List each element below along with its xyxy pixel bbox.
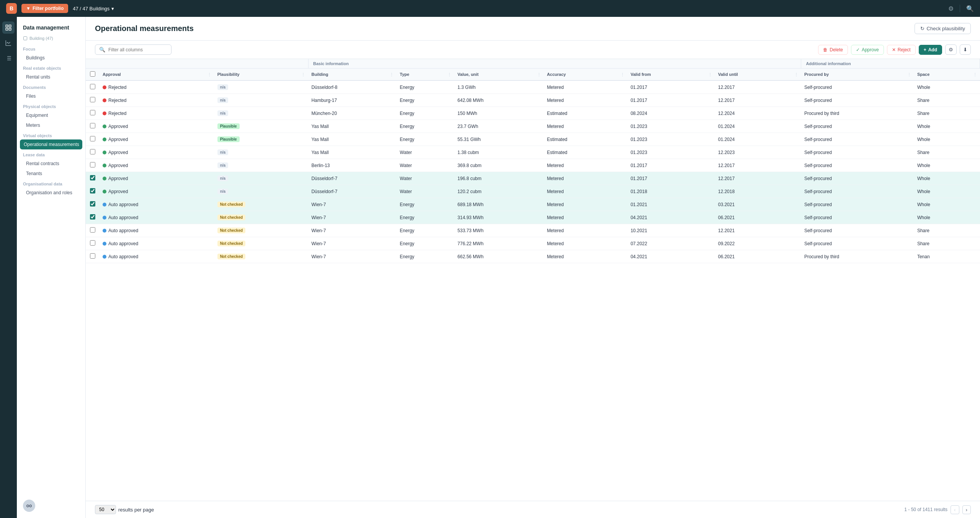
search-input[interactable] bbox=[108, 47, 167, 52]
row-checkbox[interactable] bbox=[90, 123, 95, 128]
sidebar-item-rental-units[interactable]: Rental units bbox=[17, 72, 85, 82]
row-checkbox[interactable] bbox=[90, 136, 95, 141]
approval-cell: Rejected bbox=[100, 94, 214, 107]
plausibility-badge: n/a bbox=[217, 162, 228, 168]
row-checkbox-cell[interactable] bbox=[86, 185, 100, 198]
row-checkbox[interactable] bbox=[90, 162, 95, 167]
per-page-select[interactable]: 50 25 100 bbox=[95, 505, 116, 514]
row-checkbox[interactable] bbox=[90, 97, 95, 102]
search-box[interactable]: 🔍 bbox=[95, 44, 172, 55]
status-dot bbox=[103, 190, 106, 193]
row-checkbox[interactable] bbox=[90, 188, 95, 193]
col-header-approval[interactable]: Approval ⋮ bbox=[100, 69, 214, 81]
nav-section-documents: Documents bbox=[17, 82, 85, 91]
row-checkbox-cell[interactable] bbox=[86, 172, 100, 185]
row-checkbox-cell[interactable] bbox=[86, 211, 100, 224]
accuracy-cell: Metered bbox=[544, 198, 628, 211]
status-dot bbox=[103, 85, 106, 89]
approve-button[interactable]: ✓ Approve bbox=[851, 45, 884, 55]
col-resize-procured: ⋮ bbox=[907, 72, 911, 77]
sidebar-item-files[interactable]: Files bbox=[17, 91, 85, 101]
col-header-accuracy[interactable]: Accuracy ⋮ bbox=[544, 69, 628, 81]
row-checkbox-cell[interactable] bbox=[86, 80, 100, 94]
col-header-valid-until[interactable]: Valid until ⋮ bbox=[715, 69, 801, 81]
row-checkbox[interactable] bbox=[90, 149, 95, 154]
row-checkbox[interactable] bbox=[90, 227, 95, 233]
col-header-building[interactable]: Building ⋮ bbox=[308, 69, 397, 81]
row-checkbox-cell[interactable] bbox=[86, 120, 100, 133]
value-unit-cell: 1.3 GWh bbox=[454, 80, 544, 94]
user-avatar[interactable]: oo bbox=[23, 500, 35, 512]
row-checkbox[interactable] bbox=[90, 110, 95, 115]
select-all-checkbox[interactable] bbox=[90, 71, 95, 77]
row-checkbox-cell[interactable] bbox=[86, 159, 100, 172]
app-logo: B bbox=[6, 3, 17, 14]
row-checkbox[interactable] bbox=[90, 214, 95, 220]
accuracy-cell: Metered bbox=[544, 120, 628, 133]
building-cell: Düsseldorf-7 bbox=[308, 185, 397, 198]
col-header-type[interactable]: Type ⋮ bbox=[397, 69, 454, 81]
sidebar-item-organisation[interactable]: Organisation and roles bbox=[17, 188, 85, 198]
approval-label: Auto approved bbox=[108, 202, 138, 207]
col-header-procured-by[interactable]: Procured by ⋮ bbox=[801, 69, 914, 81]
accuracy-cell: Estimated bbox=[544, 146, 628, 159]
row-checkbox-cell[interactable] bbox=[86, 107, 100, 120]
row-checkbox-cell[interactable] bbox=[86, 224, 100, 237]
type-cell: Energy bbox=[397, 133, 454, 146]
page-size-selector[interactable]: 50 25 100 results per page bbox=[95, 505, 154, 514]
sidebar-item-meters[interactable]: Meters bbox=[17, 120, 85, 130]
plausibility-cell: n/a bbox=[214, 146, 309, 159]
sidebar-item-tenants[interactable]: Tenants bbox=[17, 169, 85, 179]
col-header-checkbox[interactable] bbox=[86, 69, 100, 81]
row-checkbox[interactable] bbox=[90, 253, 95, 259]
row-checkbox[interactable] bbox=[90, 240, 95, 246]
sidebar-icon-data[interactable] bbox=[2, 21, 15, 34]
settings-icon-button[interactable]: ⚙ bbox=[945, 44, 957, 55]
building-cell: München-20 bbox=[308, 107, 397, 120]
search-icon[interactable]: 🔍 bbox=[966, 5, 974, 12]
row-checkbox[interactable] bbox=[90, 175, 95, 180]
row-checkbox-cell[interactable] bbox=[86, 198, 100, 211]
filter-portfolio-button[interactable]: ▼ Filter portfolio bbox=[21, 4, 68, 13]
sidebar-item-rental-contracts[interactable]: Rental contracts bbox=[17, 159, 85, 169]
sidebar-item-equipment[interactable]: Equipment bbox=[17, 110, 85, 120]
col-resize-plausibility: ⋮ bbox=[301, 72, 305, 77]
approval-cell: Auto approved bbox=[100, 250, 214, 263]
prev-page-button[interactable]: ‹ bbox=[951, 505, 959, 514]
col-header-valid-from[interactable]: Valid from ⋮ bbox=[627, 69, 715, 81]
sidebar-icon-chart[interactable] bbox=[2, 37, 15, 49]
sidebar-item-operational-measurements[interactable]: Operational measurements bbox=[20, 139, 82, 149]
space-cell: Whole bbox=[914, 198, 980, 211]
nav-title: Data management bbox=[17, 21, 85, 35]
row-checkbox-cell[interactable] bbox=[86, 237, 100, 250]
filter-icon[interactable]: ⚙ bbox=[948, 5, 954, 12]
row-checkbox-cell[interactable] bbox=[86, 250, 100, 263]
col-header-value-unit[interactable]: Value, unit ⋮ bbox=[454, 69, 544, 81]
refresh-icon: ↻ bbox=[920, 26, 924, 31]
topbar-right: ⚙ 🔍 bbox=[948, 5, 974, 12]
next-page-button[interactable]: › bbox=[962, 505, 971, 514]
plausibility-badge: Not checked bbox=[217, 228, 245, 233]
table-row: Auto approved Not checked Wien-7 Energy … bbox=[86, 237, 980, 250]
col-header-plausibility[interactable]: Plausibility ⋮ bbox=[214, 69, 309, 81]
row-checkbox-cell[interactable] bbox=[86, 146, 100, 159]
building-cell: Yas Mall bbox=[308, 120, 397, 133]
valid-from-cell: 01.2021 bbox=[627, 198, 715, 211]
sidebar-item-buildings[interactable]: Buildings bbox=[17, 53, 85, 63]
row-checkbox-cell[interactable] bbox=[86, 133, 100, 146]
table-row: Auto approved Not checked Wien-7 Energy … bbox=[86, 211, 980, 224]
reject-button[interactable]: ✕ Reject bbox=[887, 45, 916, 55]
valid-from-cell: 08.2024 bbox=[627, 107, 715, 120]
building-selector[interactable]: 47 / 47 Buildings ▾ bbox=[73, 6, 114, 11]
valid-until-cell: 01.2024 bbox=[715, 133, 801, 146]
add-button[interactable]: + Add bbox=[919, 45, 942, 55]
check-plausibility-button[interactable]: ↻ Check plausibility bbox=[915, 23, 971, 34]
row-checkbox-cell[interactable] bbox=[86, 94, 100, 107]
delete-button[interactable]: 🗑 Delete bbox=[818, 45, 848, 55]
row-checkbox[interactable] bbox=[90, 201, 95, 207]
type-cell: Energy bbox=[397, 211, 454, 224]
col-header-space[interactable]: Space ⋮ bbox=[914, 69, 980, 81]
sidebar-icon-list[interactable] bbox=[2, 52, 15, 64]
row-checkbox[interactable] bbox=[90, 84, 95, 89]
download-icon-button[interactable]: ⬇ bbox=[960, 44, 971, 55]
